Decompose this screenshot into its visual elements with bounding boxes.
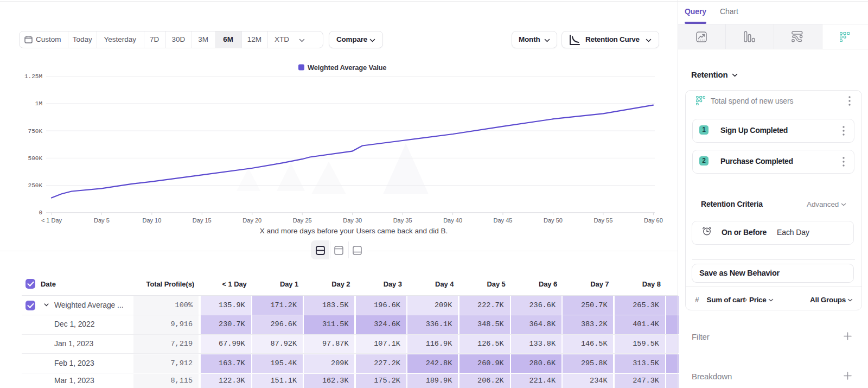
svg-text:Weighted Average Value: Weighted Average Value [308,63,386,72]
svg-text:Day 25: Day 25 [293,217,312,224]
svg-text:500K: 500K [28,155,43,162]
svg-text:Day 5: Day 5 [94,217,110,224]
svg-text:Day 50: Day 50 [544,217,563,224]
svg-text:1M: 1M [35,100,42,107]
svg-text:Day 45: Day 45 [494,217,513,224]
svg-text:Day 15: Day 15 [193,217,212,224]
svg-text:Day 35: Day 35 [393,217,412,224]
svg-text:Day 40: Day 40 [443,217,462,224]
svg-text:X and more days before your Us: X and more days before your Users came b… [260,227,448,235]
svg-text:250K: 250K [28,182,43,189]
svg-text:750K: 750K [28,128,43,135]
svg-text:1.25M: 1.25M [24,73,42,80]
svg-text:Day 55: Day 55 [593,217,612,224]
svg-text:< 1 Day: < 1 Day [41,217,62,224]
svg-text:0: 0 [39,209,42,216]
svg-text:Day 60: Day 60 [644,217,663,224]
svg-text:Day 30: Day 30 [343,217,362,224]
svg-text:Day 10: Day 10 [142,217,161,224]
svg-text:Day 20: Day 20 [242,217,261,224]
